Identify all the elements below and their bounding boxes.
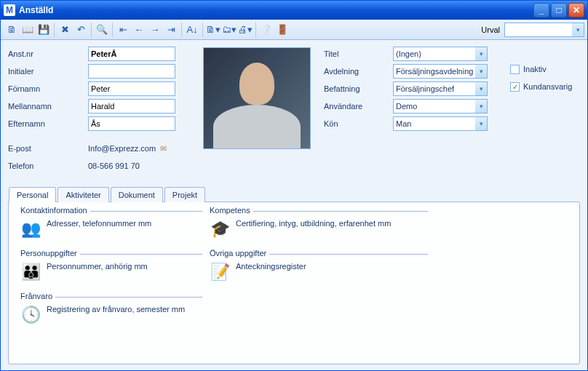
group-text: Registrering av frånvaro, semester mm: [47, 305, 185, 314]
tree-icon[interactable]: 🗂▾: [221, 22, 237, 38]
titel-select[interactable]: (Ingen) ▾: [393, 47, 488, 61]
efternamn-input[interactable]: [88, 116, 175, 131]
inaktiv-label: Inaktiv: [523, 65, 547, 73]
avdelning-label: Avdelning: [324, 67, 393, 76]
group-franvaro[interactable]: Frånvaro 🕓 Registrering av frånvaro, sem…: [20, 297, 202, 325]
chevron-down-icon: ▾: [475, 100, 487, 113]
fornamn-input[interactable]: [88, 81, 175, 96]
inaktiv-checkbox[interactable]: [510, 65, 520, 74]
chevron-down-icon: ▾: [572, 23, 584, 36]
undo-icon[interactable]: ↶: [73, 22, 89, 38]
group-text: Certifiering, intyg, utbildning, erfaren…: [236, 219, 391, 228]
group-title: Kontaktinformation: [20, 206, 90, 215]
open-icon[interactable]: 📖: [20, 22, 36, 38]
tab-aktiviteter[interactable]: Aktiviteter: [57, 187, 108, 202]
doc-icon[interactable]: 🗎▾: [205, 22, 221, 38]
initialer-label: Initialer: [8, 67, 88, 76]
mellannamn-label: Mellannamn: [8, 102, 88, 111]
app-icon: M: [4, 4, 15, 16]
kon-value: Man: [396, 119, 475, 128]
exit-icon[interactable]: 🚪: [274, 22, 290, 38]
epost-value: Info@Exprezz.com: [88, 144, 156, 153]
epost-label: E-post: [8, 144, 88, 153]
anvandare-select[interactable]: Demo ▾: [393, 99, 488, 113]
close-button[interactable]: ✕: [568, 3, 584, 17]
group-kompetens[interactable]: Kompetens 🎓 Certifiering, intyg, utbildn…: [210, 211, 428, 239]
kundansvarig-checkbox[interactable]: ✓: [510, 82, 520, 92]
delete-icon[interactable]: ✖: [57, 22, 73, 38]
minimize-button[interactable]: _: [533, 3, 549, 17]
kon-label: Kön: [324, 119, 393, 128]
avdelning-select[interactable]: Försäljningsavdelning ▾: [393, 64, 488, 79]
group-text: Anteckningsregister: [236, 262, 306, 271]
tab-projekt[interactable]: Projekt: [164, 187, 205, 202]
print-icon[interactable]: 🖨▾: [237, 22, 253, 38]
urval-select[interactable]: ▾: [504, 23, 584, 37]
chevron-down-icon: ▾: [475, 117, 487, 130]
save-icon[interactable]: 💾: [36, 22, 52, 38]
titlebar: M Anställd _ □ ✕: [1, 1, 587, 20]
group-title: Personuppgifter: [20, 249, 80, 258]
anvandare-label: Användare: [324, 102, 393, 111]
anstnr-label: Anst.nr: [8, 49, 88, 58]
anstnr-input[interactable]: [88, 47, 175, 61]
initialer-input[interactable]: [88, 64, 175, 79]
urval-label: Urval: [481, 25, 500, 34]
befattning-select[interactable]: Försäljningschef ▾: [393, 81, 488, 96]
mellannamn-input[interactable]: [88, 99, 175, 113]
employee-photo: [203, 47, 311, 149]
chevron-down-icon: ▾: [475, 47, 487, 60]
group-text: Personnummer, anhörig mm: [47, 262, 148, 271]
titel-value: (Ingen): [396, 49, 475, 58]
chevron-down-icon: ▾: [475, 65, 487, 78]
group-text: Adresser, telefonnummer mm: [47, 219, 151, 228]
person-icon: 👪: [20, 262, 41, 282]
tab-dokument[interactable]: Dokument: [111, 187, 163, 202]
kundansvarig-label: Kundansvarig: [523, 82, 572, 91]
titel-label: Titel: [324, 49, 393, 58]
group-title: Övriga uppgifter: [210, 249, 269, 258]
toolbar: 🗎 📖 💾 ✖ ↶ 🔍 ⇤ ← → ⇥ A↓ 🗎▾ 🗂▾ 🖨▾ ❔ 🚪 Urva…: [1, 20, 587, 40]
prev-icon[interactable]: ←: [131, 22, 147, 38]
befattning-value: Försäljningschef: [396, 84, 475, 93]
first-icon[interactable]: ⇤: [115, 22, 131, 38]
telefon-label: Telefon: [8, 161, 88, 170]
employee-window: M Anställd _ □ ✕ 🗎 📖 💾 ✖ ↶ 🔍 ⇤ ← → ⇥ A↓ …: [0, 0, 588, 371]
next-icon[interactable]: →: [147, 22, 163, 38]
tab-personal[interactable]: Personal: [9, 187, 56, 202]
last-icon[interactable]: ⇥: [163, 22, 179, 38]
group-title: Frånvaro: [20, 292, 55, 300]
tabpanel-personal: Kontaktinformation 👥 Adresser, telefonnu…: [8, 202, 580, 364]
maximize-button[interactable]: □: [551, 3, 567, 17]
sort-icon[interactable]: A↓: [184, 22, 200, 38]
fornamn-label: Förnamn: [8, 84, 88, 93]
absence-icon: 🕓: [20, 305, 41, 325]
competence-icon: 🎓: [210, 219, 230, 239]
group-ovriga[interactable]: Övriga uppgifter 📝 Anteckningsregister: [210, 254, 428, 282]
efternamn-label: Efternamn: [8, 119, 88, 128]
help-icon[interactable]: ❔: [258, 22, 274, 38]
contacts-icon: 👥: [20, 219, 41, 239]
kon-select[interactable]: Man ▾: [393, 116, 488, 131]
window-title: Anställd: [19, 5, 53, 15]
group-personuppgifter[interactable]: Personuppgifter 👪 Personnummer, anhörig …: [20, 254, 202, 282]
avdelning-value: Försäljningsavdelning: [396, 67, 475, 76]
anvandare-value: Demo: [396, 102, 475, 111]
search-icon[interactable]: 🔍: [94, 22, 110, 38]
mail-icon[interactable]: ✉: [160, 144, 167, 153]
group-kontaktinformation[interactable]: Kontaktinformation 👥 Adresser, telefonnu…: [20, 211, 202, 239]
group-title: Kompetens: [210, 206, 253, 215]
chevron-down-icon: ▾: [475, 82, 487, 95]
telefon-value: 08-566 991 70: [88, 161, 140, 170]
content: Anst.nr Initialer Förnamn Mellannamn Eft…: [1, 40, 587, 370]
tabstrip: Personal Aktiviteter Dokument Projekt: [8, 187, 580, 202]
new-icon[interactable]: 🗎: [4, 22, 20, 38]
notes-icon: 📝: [210, 262, 230, 282]
befattning-label: Befattning: [324, 84, 393, 93]
